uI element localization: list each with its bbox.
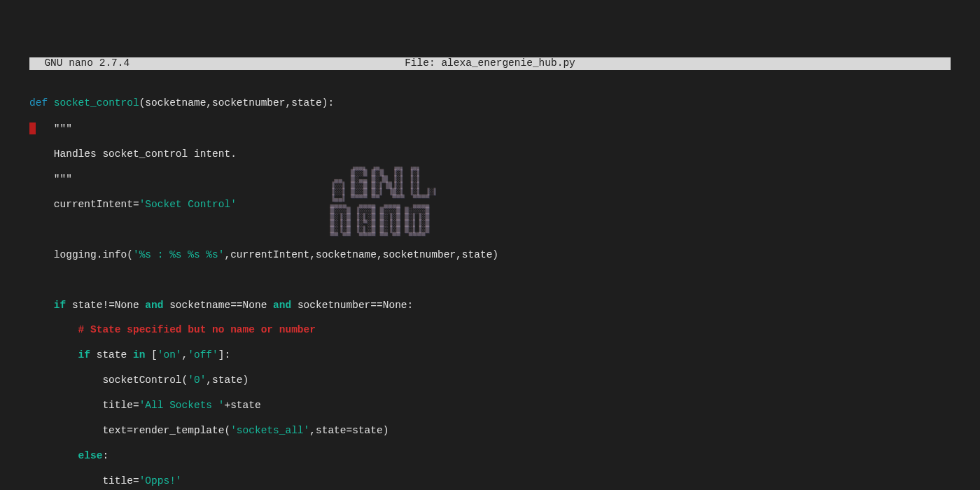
nano-filename: File: alexa_energenie_hub.py bbox=[130, 57, 850, 70]
comment: # State specified but no name or number bbox=[29, 324, 316, 335]
keyword-else: else bbox=[29, 450, 102, 461]
keyword-def: def bbox=[29, 97, 54, 108]
nano-titlebar: GNU nano 2.7.4 File: alexa_energenie_hub… bbox=[29, 57, 951, 70]
function-name: socket_control bbox=[54, 97, 139, 108]
editor-area[interactable]: def socket_control(socketname,socketnumb… bbox=[29, 83, 951, 490]
keyword-in: in bbox=[133, 349, 151, 360]
keyword-if: if bbox=[29, 300, 72, 311]
nano-app-version: GNU nano 2.7.4 bbox=[32, 57, 130, 70]
terminal-window: GNU nano 2.7.4 File: alexa_energenie_hub… bbox=[29, 57, 951, 490]
keyword-and: and bbox=[145, 300, 169, 311]
